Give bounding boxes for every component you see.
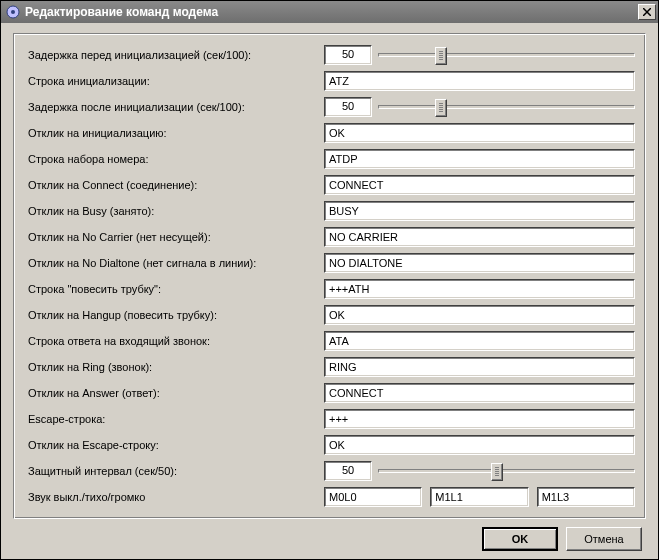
- text-input[interactable]: [324, 409, 635, 429]
- field-value: 50: [324, 97, 635, 117]
- slider-thumb[interactable]: [491, 463, 503, 481]
- close-button[interactable]: [638, 4, 656, 20]
- form-row: Отклик на Busy (занято):: [28, 198, 635, 224]
- text-input[interactable]: [324, 71, 635, 91]
- field-value: [324, 227, 635, 247]
- form-row: Отклик на Ring (звонок):: [28, 354, 635, 380]
- text-input[interactable]: [537, 487, 635, 507]
- form-row: Escape-строка:: [28, 406, 635, 432]
- form-row: Строка инициализации:: [28, 68, 635, 94]
- form-row: Отклик на Connect (соединение):: [28, 172, 635, 198]
- form-row: Звук выкл./тихо/громко: [28, 484, 635, 510]
- form-row: Отклик на No Carrier (нет несущей):: [28, 224, 635, 250]
- form-row: Строка ответа на входящий звонок:: [28, 328, 635, 354]
- field-value: [324, 331, 635, 351]
- text-input[interactable]: [324, 305, 635, 325]
- text-input[interactable]: [324, 123, 635, 143]
- field-label: Строка "повесить трубку":: [28, 283, 320, 295]
- field-label: Отклик на No Carrier (нет несущей):: [28, 231, 320, 243]
- field-label: Отклик на Ring (звонок):: [28, 361, 320, 373]
- slider-thumb[interactable]: [435, 99, 447, 117]
- field-value: [324, 279, 635, 299]
- dialog-buttons: OK Отмена: [13, 519, 646, 553]
- slider-track: [378, 469, 635, 473]
- field-value: 50: [324, 45, 635, 65]
- ok-button[interactable]: OK: [482, 527, 558, 551]
- field-value: [324, 487, 635, 507]
- form-row: Отклик на Answer (ответ):: [28, 380, 635, 406]
- text-input[interactable]: [324, 227, 635, 247]
- slider[interactable]: [378, 45, 635, 65]
- svg-point-1: [11, 10, 15, 14]
- field-label: Отклик на Busy (занято):: [28, 205, 320, 217]
- form-row: Отклик на инициализацию:: [28, 120, 635, 146]
- field-label: Отклик на инициализацию:: [28, 127, 320, 139]
- field-label: Звук выкл./тихо/громко: [28, 491, 320, 503]
- field-value: [324, 71, 635, 91]
- text-input[interactable]: [324, 175, 635, 195]
- field-label: Отклик на Hangup (повесить трубку):: [28, 309, 320, 321]
- field-label: Строка набора номера:: [28, 153, 320, 165]
- slider[interactable]: [378, 461, 635, 481]
- field-label: Отклик на Escape-строку:: [28, 439, 320, 451]
- text-input[interactable]: [324, 357, 635, 377]
- field-value: [324, 201, 635, 221]
- field-value: [324, 435, 635, 455]
- slider-track: [378, 53, 635, 57]
- field-value: 50: [324, 461, 635, 481]
- form-panel: Задержка перед инициализацией (сек/100):…: [13, 33, 646, 519]
- field-value: [324, 357, 635, 377]
- text-input[interactable]: [430, 487, 528, 507]
- content-area: Задержка перед инициализацией (сек/100):…: [1, 23, 658, 559]
- form-row: Защитный интервал (сек/50):50: [28, 458, 635, 484]
- field-label: Задержка перед инициализацией (сек/100):: [28, 49, 320, 61]
- text-input[interactable]: [324, 201, 635, 221]
- form-row: Отклик на Hangup (повесить трубку):: [28, 302, 635, 328]
- field-label: Строка ответа на входящий звонок:: [28, 335, 320, 347]
- form-row: Задержка перед инициализацией (сек/100):…: [28, 42, 635, 68]
- field-label: Escape-строка:: [28, 413, 320, 425]
- field-label: Отклик на Connect (соединение):: [28, 179, 320, 191]
- form-row: Отклик на Escape-строку:: [28, 432, 635, 458]
- app-icon: [5, 4, 21, 20]
- text-input[interactable]: [324, 149, 635, 169]
- slider-track: [378, 105, 635, 109]
- field-value: [324, 175, 635, 195]
- field-label: Защитный интервал (сек/50):: [28, 465, 320, 477]
- slider-value: 50: [324, 461, 372, 481]
- field-value: [324, 305, 635, 325]
- text-input[interactable]: [324, 435, 635, 455]
- titlebar: Редактирование команд модема: [1, 1, 658, 23]
- field-value: [324, 123, 635, 143]
- form-row: Отклик на No Dialtone (нет сигнала в лин…: [28, 250, 635, 276]
- window-title: Редактирование команд модема: [25, 5, 638, 19]
- field-label: Строка инициализации:: [28, 75, 320, 87]
- text-input[interactable]: [324, 331, 635, 351]
- slider-value: 50: [324, 97, 372, 117]
- text-input[interactable]: [324, 253, 635, 273]
- form-row: Строка "повесить трубку":: [28, 276, 635, 302]
- field-value: [324, 383, 635, 403]
- field-label: Отклик на Answer (ответ):: [28, 387, 320, 399]
- form-row: Задержка после инициализации (сек/100):5…: [28, 94, 635, 120]
- text-input[interactable]: [324, 383, 635, 403]
- field-value: [324, 409, 635, 429]
- field-label: Отклик на No Dialtone (нет сигнала в лин…: [28, 257, 320, 269]
- form-row: Строка набора номера:: [28, 146, 635, 172]
- slider-value: 50: [324, 45, 372, 65]
- field-value: [324, 253, 635, 273]
- slider-thumb[interactable]: [435, 47, 447, 65]
- text-input[interactable]: [324, 279, 635, 299]
- text-input[interactable]: [324, 487, 422, 507]
- slider[interactable]: [378, 97, 635, 117]
- triple-input: [324, 487, 635, 507]
- field-value: [324, 149, 635, 169]
- cancel-button[interactable]: Отмена: [566, 527, 642, 551]
- field-label: Задержка после инициализации (сек/100):: [28, 101, 320, 113]
- dialog-window: Редактирование команд модема Задержка пе…: [0, 0, 659, 560]
